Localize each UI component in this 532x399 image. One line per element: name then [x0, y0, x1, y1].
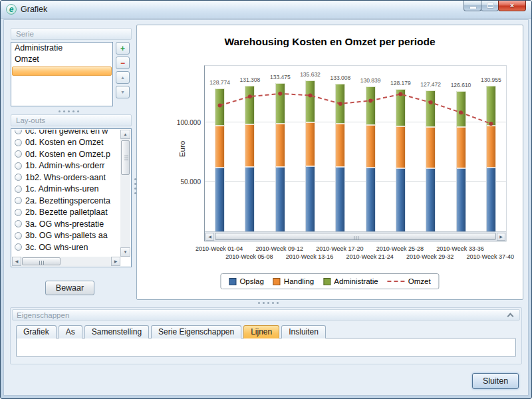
layout-option-1b2-whs-orders-aant[interactable]: 1b2. Whs-orders-aant: [12, 172, 120, 184]
layouts-panel-header: Lay-outs: [11, 114, 132, 126]
window-content: Serie AdministratieOmzet +−▲▼ Lay-outs 0…: [3, 19, 529, 396]
legend-swatch-icon: [323, 278, 331, 285]
scroll-left-icon[interactable]: ◀: [12, 257, 21, 266]
serie-list-item[interactable]: Omzet: [11, 54, 112, 65]
scroll-up-icon[interactable]: ▲: [120, 130, 130, 139]
radio-icon[interactable]: [15, 243, 22, 251]
window-controls: ×: [464, 1, 526, 11]
tab-samenstelling[interactable]: Samenstelling: [84, 325, 149, 338]
chart-panel: Warehousing Kosten en Omzet per periode …: [136, 25, 523, 300]
serie-list-item[interactable]: Administratie: [11, 43, 112, 54]
layout-option-2a-bezettingspercenta[interactable]: 2a. Bezettingspercenta: [12, 195, 120, 207]
layout-option-2b-bezette-palletplaat[interactable]: 2b. Bezette palletplaat: [12, 207, 120, 219]
chart-horizontal-scrollbar[interactable]: ◀ ▶: [205, 231, 506, 241]
radio-icon[interactable]: [15, 209, 22, 216]
layouts-list[interactable]: 0c. Uren gewerkt en w0d. Kosten en Omzet…: [12, 130, 120, 257]
y-axis-tick-label: 50.000: [168, 178, 201, 186]
chart-scroll-left-icon[interactable]: ◀: [205, 233, 214, 241]
legend-swatch-icon: [273, 278, 281, 285]
chart-title: Warehousing Kosten en Omzet per periode: [137, 36, 523, 48]
tab-grafiek[interactable]: Grafiek: [16, 325, 57, 338]
collapse-chevron-icon[interactable]: [507, 313, 514, 320]
layout-option-0d-kosten-en-omzet-p[interactable]: 0d. Kosten en Omzet.p: [12, 148, 120, 160]
radio-icon[interactable]: [15, 232, 22, 239]
x-axis-label: 2010-Week 37-40: [460, 253, 520, 260]
layout-option-label: 2b. Bezette palletplaat: [25, 207, 108, 217]
layouts-horizontal-scrollbar[interactable]: ◀ ▶: [12, 257, 120, 266]
layout-option-1c-admin-whs-uren[interactable]: 1c. Admin-whs-uren: [12, 184, 120, 196]
scroll-down-icon[interactable]: ▼: [120, 247, 130, 257]
bar-total-label: 130.955: [472, 76, 509, 83]
x-axis-label: 2010-Week 21-24: [340, 253, 400, 260]
x-axis-label: 2010-Week 09-12: [249, 245, 309, 252]
radio-icon[interactable]: [15, 150, 22, 158]
close-button[interactable]: ×: [498, 1, 526, 11]
tab-serie-eigenschappen[interactable]: Serie Eigenschappen: [151, 325, 241, 338]
sluiten-button[interactable]: Sluiten: [472, 373, 519, 389]
legend-swatch-icon: [229, 278, 236, 285]
serie-buttons: +−▲▼: [116, 42, 130, 98]
move-down-icon: ▼: [120, 90, 125, 94]
move-up-button[interactable]: ▲: [116, 71, 130, 84]
radio-icon[interactable]: [15, 139, 22, 146]
remove-button[interactable]: −: [116, 57, 130, 69]
serie-panel-header: Serie: [11, 28, 132, 40]
close-icon: ×: [499, 1, 525, 9]
scroll-right-icon[interactable]: ▶: [111, 257, 120, 266]
maximize-button[interactable]: [481, 1, 499, 11]
vertical-scroll-thumb[interactable]: [121, 140, 130, 175]
layouts-vertical-scrollbar[interactable]: ▲ ▼: [120, 130, 130, 257]
chart-legend: OpslagHandlingAdministratieOmzet: [220, 273, 439, 289]
grafiek-window: e Grafiek × Serie AdministratieOmzet +−▲…: [0, 0, 532, 399]
radio-icon[interactable]: [15, 130, 22, 134]
x-axis-label: 2010-Week 17-20: [310, 245, 370, 252]
horizontal-splitter-grip[interactable]: [258, 302, 260, 304]
move-up-icon: ▲: [120, 75, 125, 80]
y-axis-tick-label: 100.000: [168, 119, 201, 126]
layout-option-0c-uren-gewerkt-en-w[interactable]: 0c. Uren gewerkt en w: [12, 130, 120, 137]
layouts-listbox: 0c. Uren gewerkt en w0d. Kosten en Omzet…: [11, 128, 132, 267]
chart-scroll-right-icon[interactable]: ▶: [497, 233, 505, 241]
remove-icon: −: [120, 59, 125, 67]
layout-option-label: 2a. Bezettingspercenta: [25, 196, 110, 205]
layout-option-label: 3a. OG whs-prestatie: [25, 219, 104, 229]
tab-as[interactable]: As: [59, 325, 82, 338]
window-title: Grafiek: [21, 5, 47, 14]
eigenschappen-tab-content[interactable]: [16, 338, 516, 357]
layout-option-label: 3c. OG whs-uren: [25, 243, 88, 252]
layout-option-1b-admin-whs-orderr[interactable]: 1b. Admin-whs-orderr: [12, 160, 120, 172]
eigenschappen-panel: Eigenschappen GrafiekAsSamenstellingSeri…: [10, 307, 522, 364]
radio-icon[interactable]: [15, 197, 22, 204]
legend-dashed-line-icon: [388, 281, 405, 282]
minimize-button[interactable]: [464, 1, 481, 11]
radio-icon[interactable]: [15, 162, 22, 170]
radio-icon[interactable]: [15, 220, 22, 227]
serie-selected-row[interactable]: [12, 66, 112, 76]
serie-resize-grip[interactable]: [59, 110, 61, 112]
layout-option-label: 1b2. Whs-orders-aant: [25, 173, 106, 182]
radio-icon[interactable]: [15, 174, 22, 181]
legend-label: Administratie: [334, 277, 378, 285]
chart-scroll-thumb[interactable]: [215, 233, 496, 240]
layout-option-3a-og-whs-prestatie[interactable]: 3a. OG whs-prestatie: [12, 218, 120, 230]
eigenschappen-title: Eigenschappen: [17, 311, 69, 319]
layout-option-3c-og-whs-uren[interactable]: 3c. OG whs-uren: [12, 241, 120, 253]
legend-item-opslag: Opslag: [229, 277, 263, 285]
tab-lijnen[interactable]: Lijnen: [243, 325, 279, 338]
titlebar[interactable]: e Grafiek ×: [1, 1, 531, 19]
serie-list[interactable]: AdministratieOmzet: [11, 42, 113, 106]
layout-option-label: 3b. OG whs-pallets aa: [25, 231, 108, 240]
y-axis-title: Euro: [178, 136, 186, 162]
radio-icon[interactable]: [15, 186, 22, 193]
minimize-icon: [470, 7, 476, 9]
horizontal-scroll-thumb[interactable]: [22, 257, 61, 265]
layout-option-3b-og-whs-pallets-aa[interactable]: 3b. OG whs-pallets aa: [12, 230, 120, 242]
layout-option-0d-kosten-en-omzet[interactable]: 0d. Kosten en Omzet: [12, 137, 120, 149]
plot-area: ◀ ▶ 50.000100.000128.774131.308133.47513…: [204, 65, 507, 241]
bewaar-button[interactable]: Bewaar: [45, 281, 94, 295]
tab-insluiten[interactable]: Insluiten: [281, 325, 326, 338]
layout-option-label: 0d. Kosten en Omzet.p: [25, 150, 110, 159]
legend-label: Handling: [284, 277, 314, 285]
add-button[interactable]: +: [116, 42, 130, 55]
move-down-button[interactable]: ▼: [116, 86, 130, 98]
